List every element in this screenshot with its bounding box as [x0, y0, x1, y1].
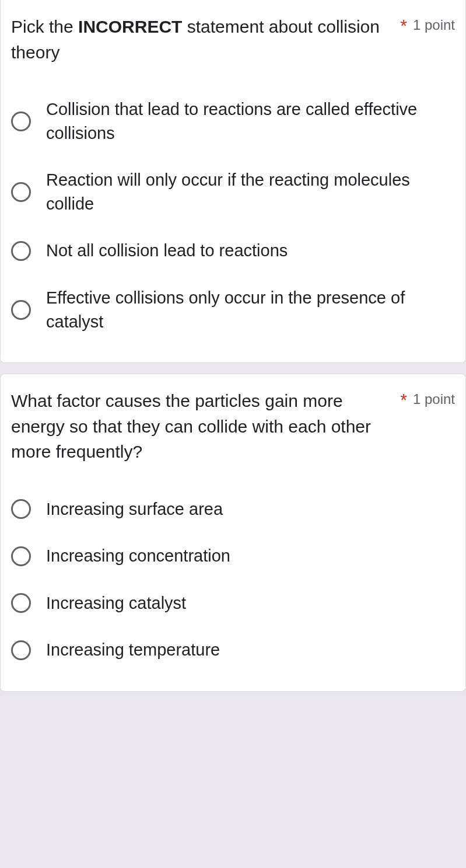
question-card: What factor causes the particles gain mo…: [0, 374, 466, 692]
option-label: Increasing concentration: [46, 544, 230, 568]
radio-icon: [11, 182, 31, 202]
radio-option[interactable]: Reaction will only occur if the reacting…: [11, 156, 455, 227]
question-header: Pick the INCORRECT statement about colli…: [11, 14, 455, 65]
required-asterisk: *: [400, 14, 407, 37]
option-label: Effective collisions only occur in the p…: [46, 286, 455, 333]
radio-icon: [11, 241, 31, 261]
radio-icon: [11, 546, 31, 566]
radio-option[interactable]: Increasing concentration: [11, 532, 455, 580]
radio-icon: [11, 499, 31, 519]
radio-icon: [11, 300, 31, 320]
radio-option[interactable]: Increasing catalyst: [11, 580, 455, 627]
question-title: Pick the INCORRECT statement about colli…: [11, 14, 397, 65]
points-label: 1 point: [413, 14, 455, 36]
radio-icon: [11, 593, 31, 613]
option-label: Not all collision lead to reactions: [46, 239, 288, 263]
option-label: Increasing catalyst: [46, 591, 186, 615]
option-label: Increasing surface area: [46, 497, 223, 521]
option-label: Collision that lead to reactions are cal…: [46, 97, 455, 145]
radio-icon: [11, 111, 31, 131]
option-label: Increasing temperature: [46, 638, 220, 662]
radio-option[interactable]: Increasing temperature: [11, 626, 455, 674]
question-title: What factor causes the particles gain mo…: [11, 388, 397, 465]
required-asterisk: *: [400, 388, 407, 411]
radio-option[interactable]: Not all collision lead to reactions: [11, 227, 455, 274]
radio-icon: [11, 640, 31, 660]
question-header: What factor causes the particles gain mo…: [11, 388, 455, 465]
radio-option[interactable]: Collision that lead to reactions are cal…: [11, 86, 455, 156]
title-pre: Pick the: [11, 17, 78, 36]
option-label: Reaction will only occur if the reacting…: [46, 168, 455, 215]
title-pre: What factor causes the particles gain mo…: [11, 391, 371, 461]
radio-option[interactable]: Effective collisions only occur in the p…: [11, 274, 455, 345]
question-card: Pick the INCORRECT statement about colli…: [0, 0, 466, 363]
radio-option[interactable]: Increasing surface area: [11, 486, 455, 533]
points-label: 1 point: [413, 388, 455, 410]
title-bold: INCORRECT: [78, 17, 182, 36]
